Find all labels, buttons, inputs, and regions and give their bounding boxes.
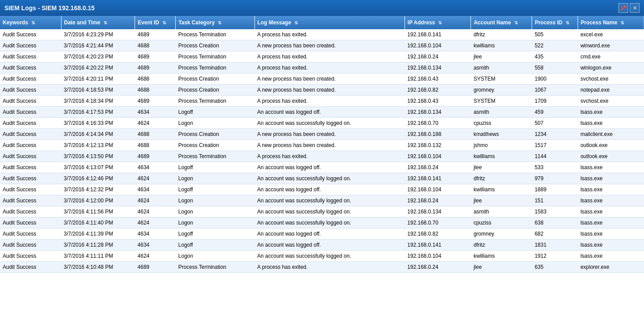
table-row[interactable]: Audit Success3/7/2016 4:11:28 PM4634Logo…: [0, 240, 644, 251]
table-row[interactable]: Audit Success3/7/2016 4:10:48 PM4689Proc…: [0, 262, 644, 273]
window-title: SIEM Logs - SIEM 192.168.0.15: [4, 4, 95, 12]
cell-processname: lsass.exe: [578, 251, 644, 262]
table-row[interactable]: Audit Success3/7/2016 4:18:34 PM4689Proc…: [0, 96, 644, 107]
table-row[interactable]: Audit Success3/7/2016 4:11:40 PM4624Logo…: [0, 217, 644, 229]
cell-logmessage: An account was successfully logged on.: [255, 206, 405, 217]
cell-logmessage: A process has exited.: [255, 151, 405, 162]
cell-accountname: asmith: [471, 206, 532, 217]
cell-processname: cmd.exe: [578, 51, 644, 62]
cell-ipaddress: 192.168.0.70: [405, 217, 471, 229]
table-row[interactable]: Audit Success3/7/2016 4:17:53 PM4634Logo…: [0, 107, 644, 118]
cell-datetime: 3/7/2016 4:11:28 PM: [61, 240, 135, 251]
table-row[interactable]: Audit Success3/7/2016 4:12:46 PM4624Logo…: [0, 173, 644, 184]
cell-ipaddress: 192.168.0.43: [405, 74, 471, 85]
table-row[interactable]: Audit Success3/7/2016 4:20:22 PM4689Proc…: [0, 62, 644, 74]
table-row[interactable]: Audit Success3/7/2016 4:14:34 PM4688Proc…: [0, 129, 644, 140]
cell-logmessage: A new process has been created.: [255, 74, 405, 85]
cell-datetime: 3/7/2016 4:11:11 PM: [61, 251, 135, 262]
table-row[interactable]: Audit Success3/7/2016 4:16:33 PM4624Logo…: [0, 118, 644, 129]
col-header-ipaddress[interactable]: IP Address ⇅: [405, 16, 471, 29]
cell-keywords: Audit Success: [0, 96, 61, 107]
table-row[interactable]: Audit Success3/7/2016 4:12:13 PM4688Proc…: [0, 140, 644, 151]
cell-logmessage: An account was successfully logged on.: [255, 173, 405, 184]
cell-ipaddress: 192.168.0.70: [405, 118, 471, 129]
col-header-processname[interactable]: Process Name ⇅: [578, 16, 644, 29]
table-row[interactable]: Audit Success3/7/2016 4:11:56 PM4624Logo…: [0, 206, 644, 217]
table-row[interactable]: Audit Success3/7/2016 4:12:00 PM4624Logo…: [0, 195, 644, 206]
cell-logmessage: A process has exited.: [255, 96, 405, 107]
table-row[interactable]: Audit Success3/7/2016 4:12:32 PM4634Logo…: [0, 184, 644, 195]
cell-keywords: Audit Success: [0, 118, 61, 129]
cell-eventid: 4624: [135, 173, 176, 184]
cell-processname: lsass.exe: [578, 240, 644, 251]
pin-button[interactable]: 📌: [618, 3, 628, 13]
cell-accountname: SYSTEM: [471, 74, 532, 85]
cell-logmessage: A new process has been created.: [255, 40, 405, 51]
cell-processname: lsass.exe: [578, 229, 644, 240]
cell-processname: winlogon.exe: [578, 62, 644, 74]
col-header-keywords[interactable]: Keywords ⇅: [0, 16, 61, 29]
cell-processid: 459: [532, 107, 578, 118]
cell-keywords: Audit Success: [0, 195, 61, 206]
cell-ipaddress: 192.168.0.104: [405, 251, 471, 262]
col-header-datetime[interactable]: Date and Time ⇅: [61, 16, 135, 29]
col-header-accountname[interactable]: Account Name ⇅: [471, 16, 532, 29]
cell-processname: lsass.exe: [578, 107, 644, 118]
cell-processname: lsass.exe: [578, 217, 644, 229]
cell-eventid: 4634: [135, 107, 176, 118]
table-row[interactable]: Audit Success3/7/2016 4:13:50 PM4689Proc…: [0, 151, 644, 162]
cell-accountname: kwilliams: [471, 151, 532, 162]
cell-processid: 638: [532, 217, 578, 229]
table-row[interactable]: Audit Success3/7/2016 4:18:53 PM4688Proc…: [0, 85, 644, 96]
title-bar: SIEM Logs - SIEM 192.168.0.15 📌 ✕: [0, 0, 644, 16]
cell-logmessage: A process has exited.: [255, 262, 405, 273]
cell-processname: explorer.exe: [578, 262, 644, 273]
table-header-row: Keywords ⇅ Date and Time ⇅ Event ID ⇅ Ta…: [0, 16, 644, 29]
cell-processid: 979: [532, 173, 578, 184]
table-row[interactable]: Audit Success3/7/2016 4:21:44 PM4688Proc…: [0, 40, 644, 51]
table-row[interactable]: Audit Success3/7/2016 4:11:11 PM4624Logo…: [0, 251, 644, 262]
cell-ipaddress: 192.168.0.104: [405, 151, 471, 162]
sort-icon-accountname: ⇅: [514, 20, 518, 25]
cell-accountname: SYSTEM: [471, 96, 532, 107]
cell-taskcategory: Logoff: [176, 162, 255, 173]
col-header-processid[interactable]: Process ID ⇅: [532, 16, 578, 29]
table-row[interactable]: Audit Success3/7/2016 4:20:23 PM4689Proc…: [0, 51, 644, 62]
close-button[interactable]: ✕: [630, 3, 640, 13]
cell-processid: 682: [532, 229, 578, 240]
cell-accountname: jlee: [471, 195, 532, 206]
cell-datetime: 3/7/2016 4:21:44 PM: [61, 40, 135, 51]
cell-accountname: kwilliams: [471, 184, 532, 195]
table-row[interactable]: Audit Success3/7/2016 4:13:07 PM4634Logo…: [0, 162, 644, 173]
col-header-taskcategory[interactable]: Task Category ⇅: [176, 16, 255, 29]
cell-accountname: cpuziss: [471, 217, 532, 229]
table-row[interactable]: Audit Success3/7/2016 4:23:29 PM4689Proc…: [0, 29, 644, 40]
cell-eventid: 4624: [135, 217, 176, 229]
cell-keywords: Audit Success: [0, 229, 61, 240]
cell-logmessage: An account was logged off.: [255, 107, 405, 118]
cell-eventid: 4634: [135, 240, 176, 251]
cell-keywords: Audit Success: [0, 262, 61, 273]
cell-taskcategory: Process Termination: [176, 51, 255, 62]
cell-eventid: 4624: [135, 251, 176, 262]
table-row[interactable]: Audit Success3/7/2016 4:11:39 PM4634Logo…: [0, 229, 644, 240]
cell-datetime: 3/7/2016 4:12:00 PM: [61, 195, 135, 206]
cell-processname: svchost.exe: [578, 74, 644, 85]
cell-logmessage: An account was logged off.: [255, 229, 405, 240]
cell-taskcategory: Logoff: [176, 107, 255, 118]
col-header-logmessage[interactable]: Log Message ⇅: [255, 16, 405, 29]
cell-datetime: 3/7/2016 4:16:33 PM: [61, 118, 135, 129]
col-header-eventid[interactable]: Event ID ⇅: [135, 16, 176, 29]
cell-logmessage: An account was successfully logged on.: [255, 195, 405, 206]
table-row[interactable]: Audit Success3/7/2016 4:20:11 PM4688Proc…: [0, 74, 644, 85]
sort-icon-ipaddress: ⇅: [438, 20, 442, 25]
cell-taskcategory: Logon: [176, 217, 255, 229]
cell-datetime: 3/7/2016 4:12:13 PM: [61, 140, 135, 151]
cell-ipaddress: 192.168.0.43: [405, 96, 471, 107]
cell-taskcategory: Process Termination: [176, 62, 255, 74]
cell-ipaddress: 192.168.0.24: [405, 162, 471, 173]
cell-taskcategory: Process Termination: [176, 151, 255, 162]
cell-datetime: 3/7/2016 4:11:56 PM: [61, 206, 135, 217]
cell-keywords: Audit Success: [0, 40, 61, 51]
cell-keywords: Audit Success: [0, 162, 61, 173]
